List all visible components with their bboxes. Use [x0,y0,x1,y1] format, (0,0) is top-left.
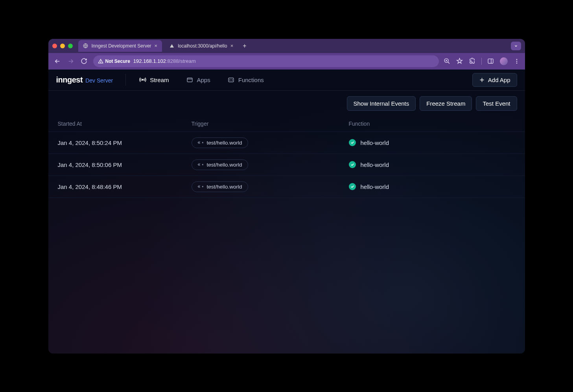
svg-point-19 [202,164,203,165]
browser-window: Inngest Development Server × localhost:3… [48,39,525,354]
code-icon [228,76,235,83]
browser-toolbar: Not Secure 192.168.1.102:8288/stream [48,53,525,70]
broadcast-icon [139,76,146,83]
svg-rect-13 [187,78,192,82]
nav-label: Apps [197,77,210,83]
nav-functions[interactable]: Functions [222,70,269,91]
trigger-label: test/hello.world [207,162,242,168]
header-divider [125,74,126,86]
trigger-label: test/hello.world [207,140,242,146]
column-trigger: Trigger [192,121,349,127]
svg-point-10 [516,60,517,62]
event-icon [197,185,204,189]
trigger-pill[interactable]: test/hello.world [192,181,248,192]
not-secure-label: Not Secure [105,59,130,64]
actions-row: Show Internal Events Freeze Stream Test … [48,91,525,116]
cell-started-at: Jan 4, 2024, 8:50:06 PM [58,161,192,168]
status-success-icon [349,161,356,168]
browser-tab-active[interactable]: Inngest Development Server × [78,40,162,52]
security-chip[interactable]: Not Secure [98,59,130,64]
app-header: inngest Dev Server Stream Apps [48,70,525,91]
show-internal-events-button[interactable]: Show Internal Events [347,96,416,111]
toolbar-divider [481,58,482,65]
column-function: Function [349,121,516,127]
svg-point-9 [516,59,517,60]
bookmark-icon[interactable] [456,58,463,65]
status-success-icon [349,183,356,190]
close-tab-icon[interactable]: × [155,43,158,49]
svg-line-4 [448,62,450,64]
logo-main: inngest [56,75,83,84]
tab-title: Inngest Development Server [92,43,151,49]
function-name: hello-world [361,161,389,168]
add-app-label: Add App [488,77,510,83]
extensions-icon[interactable] [469,58,476,65]
function-name: hello-world [361,139,389,146]
reload-button[interactable] [80,58,88,64]
new-tab-button[interactable]: + [240,42,249,49]
nav-label: Stream [150,77,169,83]
table-row[interactable]: Jan 4, 2024, 8:50:24 PM test/hello.world… [48,132,525,154]
menu-icon[interactable] [513,58,520,65]
triangle-icon [169,43,175,49]
forward-button[interactable] [66,58,75,65]
status-success-icon [349,139,356,146]
nav-label: Functions [238,77,264,83]
add-app-button[interactable]: Add App [472,73,517,87]
freeze-stream-button[interactable]: Freeze Stream [420,96,472,111]
maximize-window-button[interactable] [68,44,73,48]
nav-apps[interactable]: Apps [181,70,216,91]
event-icon [197,141,204,145]
column-started-at: Started At [58,121,192,127]
logo[interactable]: inngest Dev Server [56,75,113,84]
table-row[interactable]: Jan 4, 2024, 8:48:46 PM test/hello.world… [48,176,525,198]
trigger-pill[interactable]: test/hello.world [192,137,248,148]
svg-point-11 [516,62,517,64]
sidepanel-icon[interactable] [487,58,494,65]
table-header: Started At Trigger Function [48,116,525,132]
browser-tabbar: Inngest Development Server × localhost:3… [48,39,525,53]
svg-rect-7 [488,59,493,63]
warning-icon [98,59,103,64]
close-window-button[interactable] [52,44,57,48]
logo-sub: Dev Server [85,77,113,84]
svg-point-2 [100,62,101,62]
svg-point-18 [202,142,203,143]
cell-started-at: Jan 4, 2024, 8:48:46 PM [58,183,192,190]
url-text: 192.168.1.102:8288/stream [133,58,196,64]
browser-tab[interactable]: localhost:3000/api/hello × [164,40,238,52]
zoom-icon[interactable] [444,58,451,65]
window-controls [52,44,73,48]
tab-overflow-button[interactable] [511,42,521,50]
profile-avatar[interactable] [500,57,508,65]
globe-icon [83,43,88,49]
app-viewport: inngest Dev Server Stream Apps [48,70,525,354]
trigger-label: test/hello.world [207,184,242,190]
cell-started-at: Jan 4, 2024, 8:50:24 PM [58,139,192,146]
table-row[interactable]: Jan 4, 2024, 8:50:06 PM test/hello.world… [48,154,525,176]
test-event-button[interactable]: Test Event [476,96,517,111]
events-table: Started At Trigger Function Jan 4, 2024,… [48,116,525,354]
minimize-window-button[interactable] [60,44,65,48]
event-icon [197,163,204,167]
svg-point-20 [202,186,203,187]
function-name: hello-world [361,183,389,190]
plus-icon [479,77,485,83]
trigger-pill[interactable]: test/hello.world [192,159,248,170]
nav-stream[interactable]: Stream [134,70,174,91]
window-icon [186,76,193,83]
tab-title: localhost:3000/api/hello [178,43,227,49]
close-tab-icon[interactable]: × [230,43,234,49]
address-bar[interactable]: Not Secure 192.168.1.102:8288/stream [93,55,439,67]
svg-point-12 [142,79,144,81]
back-button[interactable] [53,58,62,65]
